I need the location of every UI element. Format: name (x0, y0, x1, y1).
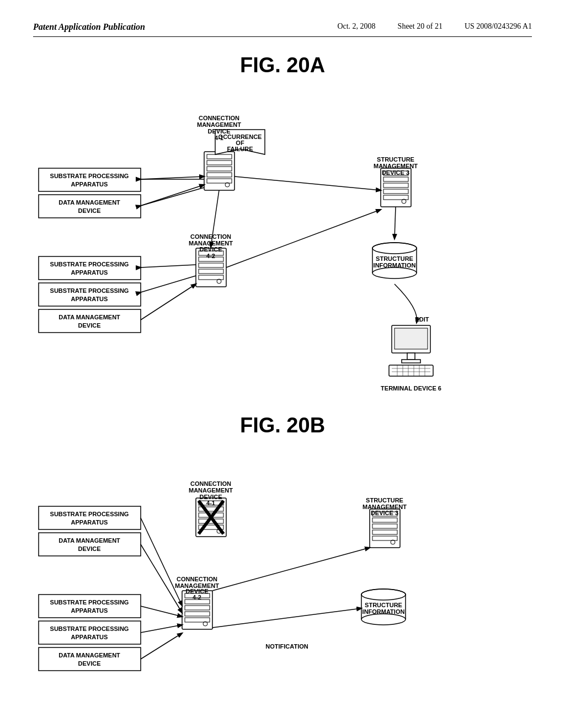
svg-text:MANAGEMENT: MANAGEMENT (197, 121, 241, 128)
svg-text:4-2: 4-2 (206, 253, 215, 259)
svg-text:DEVICE 3: DEVICE 3 (371, 510, 398, 516)
svg-text:DATA MANAGEMENT: DATA MANAGEMENT (58, 314, 120, 320)
svg-point-55 (372, 267, 417, 279)
fig20b-diagram: SUBSTRATE PROCESSING APPARATUS DATA MANA… (33, 448, 532, 724)
svg-rect-128 (372, 530, 397, 534)
svg-rect-34 (199, 269, 223, 274)
svg-text:DATA MANAGEMENT: DATA MANAGEMENT (58, 537, 120, 544)
svg-rect-17 (207, 160, 232, 165)
fig20a-diagram: SUBSTRATE PROCESSING APPARATUS DATA MANA… (33, 88, 532, 403)
fig20a-title: FIG. 20A (33, 53, 532, 77)
svg-rect-6 (39, 256, 141, 280)
svg-rect-62 (407, 353, 415, 360)
svg-text:MANAGEMENT: MANAGEMENT (189, 487, 233, 494)
svg-line-143 (141, 518, 182, 606)
svg-text:DATA MANAGEMENT: DATA MANAGEMENT (58, 652, 120, 659)
svg-rect-85 (39, 506, 141, 529)
svg-text:SUBSTRATE PROCESSING: SUBSTRATE PROCESSING (50, 261, 129, 267)
page-header: Patent Application Publication Oct. 2, 2… (33, 22, 532, 37)
svg-text:DEVICE 3: DEVICE 3 (382, 169, 409, 176)
svg-text:DEVICE: DEVICE (78, 545, 101, 552)
svg-rect-63 (402, 360, 420, 363)
svg-text:SUBSTRATE PROCESSING: SUBSTRATE PROCESSING (50, 625, 129, 632)
svg-text:EDIT: EDIT (415, 316, 429, 323)
svg-text:DATA MANAGEMENT: DATA MANAGEMENT (58, 199, 120, 206)
svg-rect-16 (207, 154, 232, 159)
publication-date: Oct. 2, 2008 (337, 22, 375, 31)
svg-rect-18 (207, 167, 232, 171)
svg-text:4-1: 4-1 (206, 500, 215, 506)
svg-line-84 (226, 210, 381, 267)
svg-text:DEVICE: DEVICE (78, 207, 101, 214)
page: Patent Application Publication Oct. 2, 2… (0, 0, 565, 728)
svg-rect-43 (383, 177, 408, 181)
svg-text:SUBSTRATE PROCESSING: SUBSTRATE PROCESSING (50, 173, 129, 179)
svg-line-149 (212, 608, 361, 628)
svg-rect-9 (39, 283, 141, 306)
svg-text:APPARATUS: APPARATUS (71, 296, 108, 302)
svg-text:4-2: 4-2 (193, 594, 201, 601)
svg-text:APPARATUS: APPARATUS (71, 269, 108, 276)
svg-rect-0 (39, 168, 141, 191)
svg-rect-127 (372, 524, 397, 528)
svg-text:APPARATUS: APPARATUS (71, 634, 108, 640)
svg-text:SUBSTRATE PROCESSING: SUBSTRATE PROCESSING (50, 599, 129, 606)
svg-text:4-1: 4-1 (215, 135, 223, 141)
svg-rect-94 (39, 621, 141, 644)
svg-rect-12 (39, 309, 141, 333)
svg-text:MANAGEMENT: MANAGEMENT (374, 163, 418, 169)
sheet-number: Sheet 20 of 21 (398, 22, 443, 31)
svg-text:DEVICE: DEVICE (78, 322, 101, 329)
svg-text:STRUCTURE: STRUCTURE (376, 255, 413, 262)
svg-text:CONNECTION: CONNECTION (190, 480, 231, 487)
svg-text:APPARATUS: APPARATUS (71, 607, 108, 614)
svg-line-145 (141, 606, 182, 617)
header-info: Oct. 2, 2008 Sheet 20 of 21 US 2008/0243… (337, 22, 532, 31)
patent-number: US 2008/0243296 A1 (465, 22, 532, 31)
publication-title: Patent Application Publication (33, 22, 145, 32)
svg-rect-116 (185, 606, 210, 610)
svg-rect-91 (39, 595, 141, 618)
svg-line-83 (395, 207, 396, 239)
svg-text:APPARATUS: APPARATUS (71, 519, 108, 526)
svg-rect-3 (39, 195, 141, 218)
svg-text:SUBSTRATE PROCESSING: SUBSTRATE PROCESSING (50, 287, 129, 294)
svg-line-146 (141, 625, 182, 633)
svg-rect-61 (395, 328, 428, 349)
svg-rect-126 (372, 518, 397, 522)
svg-text:INFORMATION: INFORMATION (363, 608, 405, 615)
svg-text:SUBSTRATE PROCESSING: SUBSTRATE PROCESSING (50, 511, 129, 517)
svg-text:CONNECTION: CONNECTION (199, 115, 239, 121)
svg-rect-64 (389, 365, 433, 376)
svg-text:INFORMATION: INFORMATION (374, 262, 416, 269)
svg-point-138 (361, 614, 406, 625)
svg-text:TERMINAL DEVICE 6: TERMINAL DEVICE 6 (381, 385, 441, 392)
svg-text:STRUCTURE: STRUCTURE (365, 602, 402, 608)
svg-rect-45 (383, 189, 408, 194)
svg-text:STRUCTURE: STRUCTURE (366, 497, 403, 504)
svg-rect-33 (199, 263, 223, 267)
svg-rect-88 (39, 533, 141, 556)
svg-line-148 (212, 548, 370, 591)
svg-line-144 (141, 544, 182, 613)
svg-line-147 (141, 633, 182, 659)
svg-rect-97 (39, 647, 141, 671)
fig20b-title: FIG. 20B (33, 414, 532, 437)
svg-text:CONNECTION: CONNECTION (177, 576, 217, 582)
svg-text:CONNECTION: CONNECTION (190, 233, 231, 240)
svg-text:NOTIFICATION: NOTIFICATION (265, 643, 308, 650)
svg-line-79 (141, 265, 196, 267)
svg-text:DEVICE: DEVICE (208, 128, 231, 135)
svg-line-77 (141, 188, 204, 206)
svg-text:FAILURE: FAILURE (227, 146, 253, 152)
fig20a-area: FIG. 20A SUBSTRATE PROCESSING APPARATUS … (33, 53, 532, 403)
svg-text:STRUCTURE: STRUCTURE (377, 156, 414, 163)
svg-text:APPARATUS: APPARATUS (71, 181, 108, 188)
svg-rect-44 (383, 183, 408, 188)
svg-line-82 (234, 176, 381, 190)
svg-rect-117 (185, 612, 210, 616)
svg-rect-19 (207, 173, 232, 177)
fig20b-area: FIG. 20B SUBSTRATE PROCESSING APPARATUS … (33, 414, 532, 724)
svg-text:DEVICE: DEVICE (78, 660, 101, 667)
